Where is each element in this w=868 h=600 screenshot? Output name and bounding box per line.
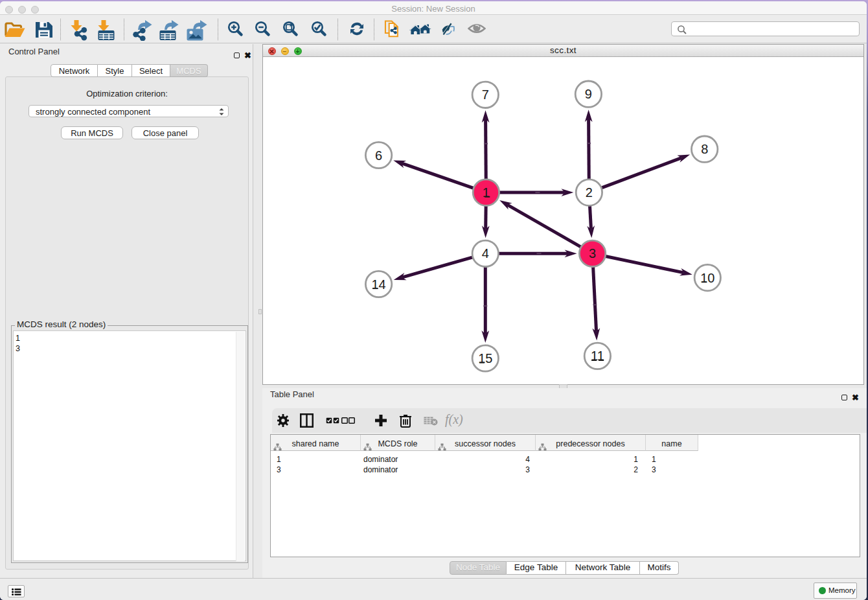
svg-text:9: 9 [585, 87, 592, 101]
svg-text:10: 10 [700, 271, 714, 285]
svg-text:3: 3 [589, 246, 596, 260]
svg-text:6: 6 [375, 148, 382, 163]
svg-text:15: 15 [478, 351, 492, 365]
svg-text:8: 8 [701, 142, 708, 156]
svg-text:2: 2 [586, 185, 593, 200]
svg-text:4: 4 [482, 246, 489, 260]
svg-text:14: 14 [371, 277, 385, 292]
svg-text:1: 1 [483, 185, 490, 200]
svg-text:7: 7 [482, 87, 489, 102]
svg-text:11: 11 [591, 349, 604, 363]
